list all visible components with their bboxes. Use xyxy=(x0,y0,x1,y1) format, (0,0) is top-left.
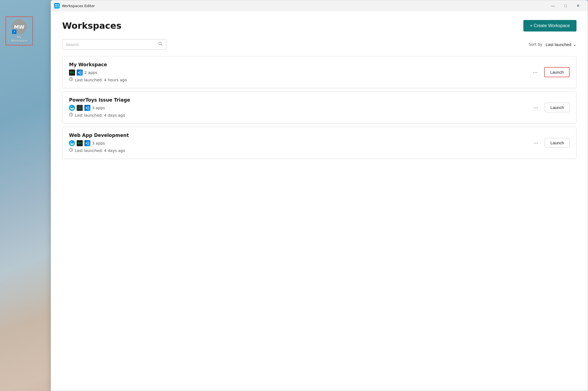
title-bar-left: Workspaces Editor xyxy=(54,3,95,8)
clock-icon xyxy=(69,113,73,118)
apps-count: 2 apps xyxy=(84,70,97,75)
search-icon xyxy=(158,42,163,47)
desktop-icon[interactable]: MW ↗ MyWorkspace xyxy=(8,19,30,43)
sort-label: Sort by xyxy=(529,42,542,47)
workspace-card-meta: Last launched: 4 days ago xyxy=(69,148,531,153)
sort-value: Last launched xyxy=(546,42,571,47)
app-content: Workspaces + Create Workspace Sort by La… xyxy=(51,11,587,390)
apps-count: 3 apps xyxy=(92,106,105,110)
svg-rect-0 xyxy=(55,4,57,5)
svg-rect-1 xyxy=(57,4,59,5)
app-logo-icon xyxy=(54,3,60,8)
maximize-button[interactable]: □ xyxy=(559,1,572,10)
workspace-card-left: PowerToys Issue Triage ⊞ 3 apps xyxy=(69,97,531,118)
workspace-card-right: ··· Launch xyxy=(531,138,570,148)
sort-dropdown-button[interactable]: Last launched ⌄ xyxy=(546,42,576,47)
workspace-card-name: Web App Development xyxy=(69,133,531,138)
workspace-card: PowerToys Issue Triage ⊞ 3 apps xyxy=(62,91,576,123)
sort-row: Sort by Last launched ⌄ xyxy=(529,42,576,47)
desktop-icon-initials: MW xyxy=(14,24,24,30)
workspace-card-name: PowerToys Issue Triage xyxy=(69,97,531,103)
workspace-card-name: My Workspace xyxy=(69,62,531,67)
last-launched: Last launched: 4 days ago xyxy=(75,113,125,117)
workspace-card-meta: Last launched: 4 hours ago xyxy=(69,77,531,82)
header-row: Workspaces + Create Workspace xyxy=(62,20,576,31)
title-bar-title: Workspaces Editor xyxy=(62,4,95,8)
more-options-button[interactable]: ··· xyxy=(531,68,540,76)
svg-rect-2 xyxy=(55,6,57,7)
last-launched: Last launched: 4 days ago xyxy=(75,148,125,153)
more-options-button[interactable]: ··· xyxy=(531,139,540,147)
clock-icon xyxy=(69,148,73,153)
more-options-button[interactable]: ··· xyxy=(531,103,540,112)
svg-rect-3 xyxy=(57,6,59,7)
workspace-card-apps: C:\ 3 apps xyxy=(69,140,531,146)
launch-button[interactable]: Launch xyxy=(545,138,570,148)
app-window: Workspaces Editor — □ ✕ Workspaces + Cre… xyxy=(51,0,588,391)
page-title: Workspaces xyxy=(62,21,121,31)
desktop-icon-arrow: ↗ xyxy=(12,30,16,34)
workspace-card-apps: ⊞ 3 apps xyxy=(69,105,531,111)
workspace-card: My Workspace C:\ 2 apps Last launched: 4… xyxy=(62,56,576,88)
title-bar: Workspaces Editor — □ ✕ xyxy=(51,0,588,11)
workspace-card-right: ··· Launch xyxy=(531,103,570,112)
create-workspace-button[interactable]: + Create Workspace xyxy=(523,20,576,31)
workspace-card-apps: C:\ 2 apps xyxy=(69,70,531,76)
workspace-card: Web App Development C:\ 3 apps xyxy=(62,127,576,159)
clock-icon xyxy=(69,77,73,82)
apps-count: 3 apps xyxy=(92,141,105,145)
workspace-card-left: My Workspace C:\ 2 apps Last launched: 4… xyxy=(69,62,531,82)
search-input[interactable] xyxy=(66,42,156,47)
title-bar-controls: — □ ✕ xyxy=(547,1,584,10)
desktop-icon-circle: MW ↗ xyxy=(12,19,27,34)
workspace-card-left: Web App Development C:\ 3 apps xyxy=(69,133,531,153)
workspace-card-right: ··· Launch xyxy=(531,67,570,77)
desktop-icon-label: MyWorkspace xyxy=(11,36,27,43)
launch-button[interactable]: Launch xyxy=(545,103,570,112)
last-launched: Last launched: 4 hours ago xyxy=(75,78,127,82)
search-sort-row: Sort by Last launched ⌄ xyxy=(62,39,576,50)
close-button[interactable]: ✕ xyxy=(572,1,584,10)
desktop-icon-wrapper[interactable]: MW ↗ MyWorkspace xyxy=(5,16,33,45)
minimize-button[interactable]: — xyxy=(547,1,559,10)
workspace-card-meta: Last launched: 4 days ago xyxy=(69,113,531,118)
search-box xyxy=(62,39,166,50)
launch-button[interactable]: Launch xyxy=(544,67,570,77)
sort-chevron-icon: ⌄ xyxy=(573,42,576,47)
workspace-list: My Workspace C:\ 2 apps Last launched: 4… xyxy=(62,56,576,159)
svg-line-5 xyxy=(161,45,162,46)
